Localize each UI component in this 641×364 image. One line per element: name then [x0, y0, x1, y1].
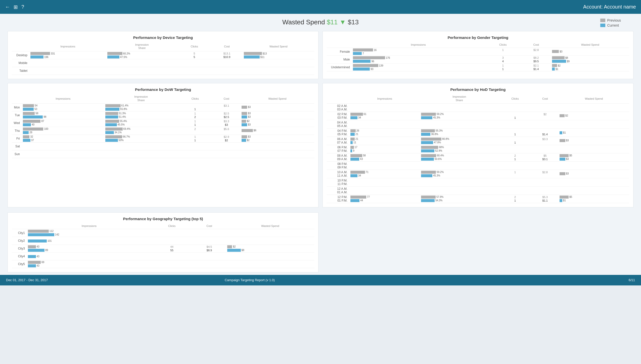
gender-col-clicks: Clicks — [485, 43, 521, 48]
table-row: 12 P.M.01 P.M.774457.9%54.3%21$5.3$1.1$5… — [327, 195, 629, 203]
table-row: Tue589851.3%51.4%12$2.5$2.5$3$3 — [12, 111, 314, 119]
gender-col-impressions: Impressions — [352, 43, 485, 48]
table-row: 06 A.M.07 A.M.211180.8%47.8% 1$3.3 $3 — [327, 137, 629, 145]
gender-panel: Performance by Gender Targeting Impressi… — [323, 31, 633, 79]
geo-col-clicks: Clicks — [151, 224, 193, 229]
table-row: Sun — [12, 150, 314, 158]
geo-panel: Performance by Geography Targeting (top … — [8, 212, 318, 272]
legend-prev-box — [600, 19, 605, 22]
account-title: Account: Account name — [583, 4, 636, 10]
table-row: Mon545361.4%55.8% 1$3.1 $3 — [12, 103, 314, 111]
hod-panel: Performance by HoD Targeting Impressions… — [323, 83, 633, 207]
table-row: City2101 — [12, 237, 314, 245]
table-row: Mobile — [12, 59, 314, 67]
legend-current: Current — [600, 23, 621, 27]
gender-col-cost: Cost — [521, 43, 551, 48]
hod-col-imp-share: ImpressionShare — [420, 95, 499, 103]
gender-table: Impressions Clicks Cost Wasted Spend Fem… — [327, 43, 629, 71]
table-row: 02 A.M.03 A.M. — [327, 103, 629, 112]
dow-col-wasted: Wasted Spend — [241, 95, 314, 103]
dow-col-imp-share: ImpressionShare — [104, 95, 178, 103]
geo-col-cost: Cost — [192, 224, 226, 229]
geo-panel-title: Performance by Geography Targeting (top … — [12, 217, 314, 221]
footer: Dec 01, 2017 - Dec 31, 2017 Campaign Tar… — [0, 275, 641, 285]
table-row: 08 A.M.09 A.M.584360.4%50.6%21$5$3.1$5$3 — [327, 153, 629, 161]
hod-col-cost: Cost — [532, 95, 559, 103]
device-col-imp-share: ImpressionShare — [106, 43, 178, 51]
page-title: Wasted Spend $11 ▼ $13 — [282, 18, 359, 26]
geo-col-impressions: Impressions — [27, 224, 151, 229]
table-row: Fri323766.7%50%11$2.9$2$3$2 — [12, 135, 314, 142]
legend-curr-label: Current — [607, 23, 619, 27]
hod-panel-title: Performance by HoD Targeting — [327, 87, 629, 92]
geo-col-wasted: Wasted Spend — [226, 224, 314, 229]
dow-col-cost: Cost — [212, 95, 241, 103]
legend-previous: Previous — [600, 18, 621, 22]
wasted-amount-curr: $13 — [348, 18, 359, 26]
grid-icon[interactable]: ⊞ — [14, 4, 18, 10]
table-row: Male1769634$8.2$9.5$8$9 — [327, 56, 629, 64]
hod-table: Impressions ImpressionShare Clicks Cost … — [327, 95, 629, 203]
bottom-row: Performance by Geography Targeting (top … — [0, 212, 641, 275]
geo-table: Impressions Clicks Cost Wasted Spend Cit… — [12, 224, 314, 268]
nav-icons: ← ⊞ ? — [5, 4, 24, 10]
dow-panel-title: Performance by DoW Targeting — [12, 87, 314, 92]
device-panel-title: Performance by Device Targeting — [12, 35, 314, 40]
dow-table: Impressions ImpressionShare Clicks Cost … — [12, 95, 314, 158]
top-header: ← ⊞ ? Account: Account name — [0, 0, 641, 14]
main-content: Performance by Device Targeting Impressi… — [0, 29, 641, 212]
table-row: City1112142 — [12, 229, 314, 237]
dow-panel: Performance by DoW Targeting Impressions… — [8, 83, 318, 207]
table-row: 06 P.M.07 P.M.17968%52.9% — [327, 145, 629, 153]
table-row: 02 P.M.03 P.M.613459.2%45.3% 1$2 $2 — [327, 112, 629, 120]
table-row: 12 A.M.01 A.M. — [327, 186, 629, 195]
wasted-amount-prev: $11 — [327, 18, 338, 26]
title-prefix: Wasted Spend — [282, 18, 327, 26]
table-row: 10 P.M.11 P.M. — [327, 178, 629, 186]
footer-report-title: Campaign Targeting Report (v 1.0) — [225, 278, 275, 282]
device-col-cost: Cost — [211, 43, 243, 51]
dow-col-clicks: Clicks — [178, 95, 212, 103]
device-col-clicks: Clicks — [178, 43, 211, 51]
hod-col-impressions: Impressions — [349, 95, 420, 103]
table-row: Tablet — [12, 67, 314, 75]
title-area: Wasted Spend $11 ▼ $13 Previous Current — [0, 14, 641, 29]
table-row: Undetermined1399311$2.1$1.4$2$1 — [327, 64, 629, 71]
table-row: Sat — [12, 142, 314, 150]
legend-curr-box — [600, 24, 605, 27]
table-row: Thu1002869.4%34.1%2 $5.6 $6 — [12, 127, 314, 135]
gender-col-wasted: Wasted Spend — [551, 43, 629, 48]
hod-col-clicks: Clicks — [498, 95, 531, 103]
table-row: 04 A.M.05 A.M. — [327, 120, 629, 128]
legend-prev-label: Previous — [607, 18, 621, 22]
table-row: 10 A.M.11 A.M.713459.2%45.3%1 $2.8 $3 — [327, 170, 629, 178]
table-row: City443 — [12, 252, 314, 260]
gender-panel-title: Performance by Gender Targeting — [327, 35, 629, 40]
table-row: Desktop33119660.2%47.5%55$13.1$10.9$13$1… — [12, 51, 314, 59]
table-row: 08 P.M.09 P.M. — [327, 161, 629, 170]
back-icon[interactable]: ← — [5, 4, 10, 10]
footer-date-range: Dec 01, 2017 - Dec 31, 2017 — [6, 278, 48, 282]
dow-col-impressions: Impressions — [22, 95, 104, 103]
device-panel: Performance by Device Targeting Impressi… — [8, 31, 318, 79]
table-row: 04 P.M.05 P.M.262155.3%36.8% 1 $1.4$1 — [327, 128, 629, 137]
device-col-wasted: Wasted Spend — [243, 43, 314, 51]
legend: Previous Current — [600, 18, 621, 27]
bottom-right-empty — [323, 212, 633, 272]
table-row: Female1671 $2.8 $3 — [327, 48, 629, 56]
table-row: City343894455$4.5$8.9$2$8 — [12, 245, 314, 252]
table-row: Wed874055.4%45.5%11$3.3$3$2$3 — [12, 119, 314, 127]
trend-arrow: ▼ — [340, 18, 346, 26]
footer-page-info: 6/11 — [629, 278, 635, 282]
help-icon[interactable]: ? — [21, 4, 24, 10]
device-table: Impressions ImpressionShare Clicks Cost … — [12, 43, 314, 75]
device-col-impressions: Impressions — [29, 43, 106, 51]
hod-col-wasted: Wasted Spend — [559, 95, 629, 103]
table-row: City56943 — [12, 260, 314, 268]
